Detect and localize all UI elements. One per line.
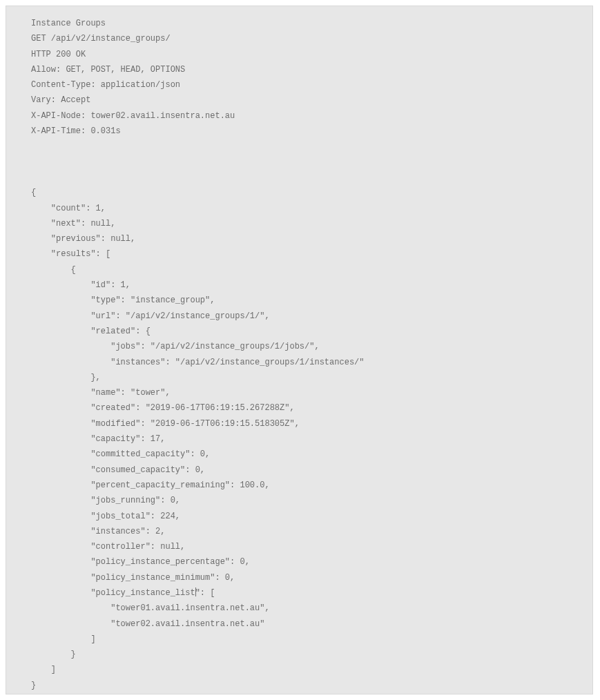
json-modified: "modified": "2019-06-17T06:19:15.518305Z… bbox=[31, 419, 300, 429]
header-vary: Vary: Accept bbox=[31, 95, 90, 105]
json-results-close: ] bbox=[31, 665, 56, 674]
json-percent-capacity-remaining: "percent_capacity_remaining": 100.0, bbox=[31, 480, 270, 490]
json-policy-item-2: "tower02.avail.insentra.net.au" bbox=[31, 619, 264, 629]
json-related-close: }, bbox=[31, 373, 101, 382]
json-count: "count": 1, bbox=[31, 204, 106, 213]
json-type: "type": "instance_group", bbox=[31, 295, 215, 305]
json-next: "next": null, bbox=[31, 219, 115, 229]
json-jobs-running: "jobs_running": 0, bbox=[31, 496, 180, 505]
json-consumed-capacity: "consumed_capacity": 0, bbox=[31, 465, 205, 475]
header-status: HTTP 200 OK bbox=[31, 50, 86, 59]
json-related-jobs: "jobs": "/api/v2/instance_groups/1/jobs/… bbox=[31, 342, 320, 351]
json-name: "name": "tower", bbox=[31, 388, 171, 398]
json-policy-instance-list-suffix: ": [ bbox=[195, 588, 215, 598]
json-open: { bbox=[31, 188, 36, 197]
json-capacity: "capacity": 17, bbox=[31, 434, 165, 444]
json-item-open: { bbox=[31, 265, 76, 275]
json-instances: "instances": 2, bbox=[31, 527, 165, 536]
json-controller: "controller": null, bbox=[31, 542, 185, 552]
json-related-open: "related": { bbox=[31, 327, 151, 336]
json-id: "id": 1, bbox=[31, 280, 130, 290]
json-policy-instance-minimum: "policy_instance_minimum": 0, bbox=[31, 573, 235, 583]
json-results-open: "results": [ bbox=[31, 249, 110, 259]
json-related-instances: "instances": "/api/v2/instance_groups/1/… bbox=[31, 358, 364, 367]
header-allow: Allow: GET, POST, HEAD, OPTIONS bbox=[31, 65, 185, 75]
json-created: "created": "2019-06-17T06:19:15.267288Z"… bbox=[31, 403, 295, 413]
text-cursor-icon bbox=[195, 587, 196, 596]
json-item-close: } bbox=[31, 650, 76, 659]
header-api-time: X-API-Time: 0.031s bbox=[31, 126, 121, 136]
json-policy-close: ] bbox=[31, 634, 96, 644]
header-title: Instance Groups bbox=[31, 19, 106, 28]
header-api-node: X-API-Node: tower02.avail.insentra.net.a… bbox=[31, 111, 235, 121]
json-url: "url": "/api/v2/instance_groups/1/", bbox=[31, 311, 270, 321]
json-policy-instance-list-prefix: "policy_instance_list bbox=[31, 588, 195, 598]
json-policy-instance-percentage: "policy_instance_percentage": 0, bbox=[31, 557, 250, 567]
api-response-block: Instance Groups GET /api/v2/instance_gro… bbox=[6, 6, 593, 694]
header-content-type: Content-Type: application/json bbox=[31, 80, 180, 90]
json-committed-capacity: "committed_capacity": 0, bbox=[31, 449, 210, 459]
json-policy-item-1: "tower01.avail.insentra.net.au", bbox=[31, 603, 270, 613]
json-close: } bbox=[31, 681, 36, 690]
header-request-line: GET /api/v2/instance_groups/ bbox=[31, 34, 171, 43]
json-jobs-total: "jobs_total": 224, bbox=[31, 512, 180, 521]
json-previous: "previous": null, bbox=[31, 234, 135, 244]
